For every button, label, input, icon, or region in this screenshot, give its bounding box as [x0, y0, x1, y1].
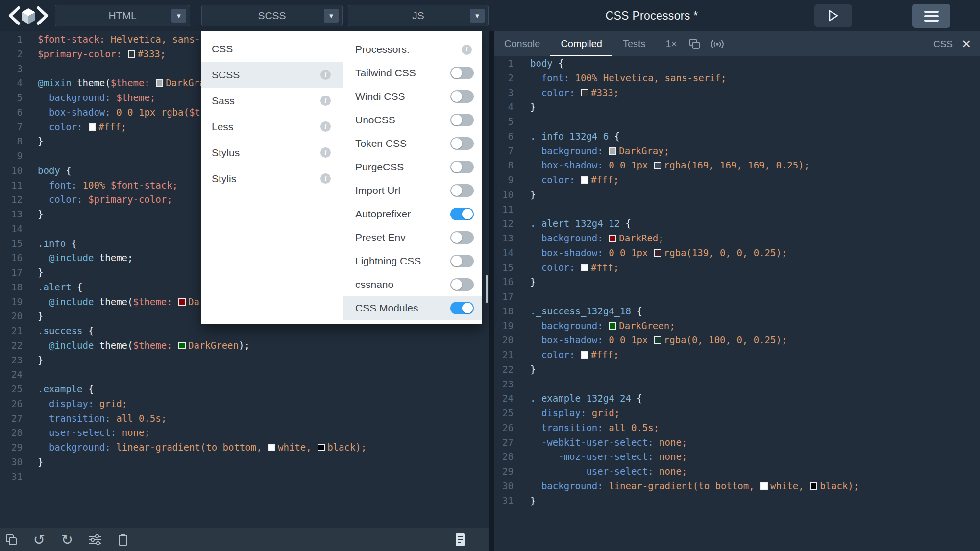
compiled-code-area[interactable]: 1body {2 font: 100% Helvetica, sans-seri…: [494, 56, 980, 508]
toggle-css-modules[interactable]: [450, 302, 474, 314]
code-line: 23}: [0, 353, 489, 368]
line-number: 27: [494, 435, 514, 450]
close-icon[interactable]: ✕: [953, 31, 980, 56]
color-swatch: [156, 79, 163, 87]
tab-console[interactable]: Console: [494, 31, 550, 56]
processor-row-lightning-css[interactable]: Lightning CSS: [343, 249, 482, 273]
info-icon[interactable]: i: [462, 45, 472, 55]
processor-row-import-url[interactable]: Import Url: [343, 179, 482, 202]
line-number: 10: [494, 188, 514, 202]
code-line: 4}: [494, 100, 980, 115]
chevron-down-icon: ▼: [172, 9, 186, 23]
line-number: 5: [0, 91, 23, 105]
line-number: 11: [494, 202, 514, 217]
toggle-lightning-css[interactable]: [450, 255, 474, 267]
line-number: 15: [494, 261, 514, 275]
processor-row-unocss[interactable]: UnoCSS: [343, 108, 482, 132]
line-number: 24: [0, 367, 23, 382]
processor-row-tailwind-css[interactable]: Tailwind CSS: [343, 61, 482, 85]
undo-icon[interactable]: ↺: [31, 531, 48, 548]
code-line: 30 background: linear-gradient(to bottom…: [494, 479, 980, 494]
line-number: 30: [494, 479, 514, 494]
line-number: 6: [0, 105, 23, 120]
toggle-knob: [451, 91, 462, 102]
js-pane-select[interactable]: JS ▼: [348, 5, 489, 26]
code-line: 22 @include theme($theme: DarkGreen);: [0, 338, 489, 353]
code-line: 15 color: #fff;: [494, 261, 980, 275]
processors-list: Processors: i Tailwind CSSWindi CSSUnoCS…: [343, 31, 482, 324]
toggle-preset-env[interactable]: [450, 231, 474, 244]
app-logo-icon[interactable]: [7, 4, 50, 27]
language-option-less[interactable]: Lessi: [201, 114, 343, 140]
toggle-knob: [451, 115, 462, 125]
language-option-sass[interactable]: Sassi: [201, 88, 343, 114]
line-number: 10: [0, 164, 23, 178]
line-number: 21: [0, 324, 23, 338]
processor-row-purgecss[interactable]: PurgeCSS: [343, 155, 482, 179]
copy-icon[interactable]: [3, 531, 20, 548]
info-icon[interactable]: i: [320, 147, 331, 158]
line-number: 8: [494, 158, 514, 173]
toggle-autoprefixer[interactable]: [450, 208, 474, 220]
css-pane-select[interactable]: SCSS ▼: [201, 5, 343, 26]
document-icon[interactable]: [452, 531, 468, 548]
toggle-knob: [462, 209, 473, 219]
info-icon[interactable]: i: [320, 96, 331, 106]
line-number: 22: [494, 362, 514, 377]
run-button[interactable]: [814, 4, 852, 27]
code-line: 22}: [494, 362, 980, 377]
processor-row-token-css[interactable]: Token CSS: [343, 132, 482, 155]
line-number: 26: [0, 397, 23, 411]
line-number: 17: [494, 289, 514, 304]
redo-icon[interactable]: ↻: [59, 531, 75, 548]
line-number: 23: [0, 353, 23, 368]
toggle-cssnano[interactable]: [450, 278, 474, 291]
toggle-unocss[interactable]: [450, 114, 474, 126]
scrollbar-thumb[interactable]: [486, 275, 488, 303]
line-number: 17: [0, 265, 23, 280]
menu-button[interactable]: [912, 4, 950, 28]
code-line: 21.success {: [0, 324, 489, 338]
tab-compiled[interactable]: Compiled: [550, 31, 612, 56]
toggle-purgecss[interactable]: [450, 161, 474, 173]
language-option-scss[interactable]: SCSSi: [201, 62, 343, 88]
tab-tests[interactable]: Tests: [612, 31, 656, 56]
toggle-token-css[interactable]: [450, 137, 474, 150]
line-number: 3: [494, 86, 514, 100]
settings-sliders-icon[interactable]: [87, 531, 103, 548]
processor-row-windi-css[interactable]: Windi CSS: [343, 85, 482, 108]
info-icon[interactable]: i: [320, 173, 331, 184]
copy-output-icon[interactable]: [684, 31, 706, 56]
toggle-import-url[interactable]: [450, 184, 474, 197]
info-icon[interactable]: i: [320, 70, 331, 80]
processor-row-preset-env[interactable]: Preset Env: [343, 226, 482, 249]
toggle-tailwind-css[interactable]: [450, 67, 474, 79]
panel-separator[interactable]: [489, 31, 494, 551]
html-pane-select[interactable]: HTML ▼: [55, 5, 190, 26]
line-number: 25: [0, 382, 23, 397]
toggle-knob: [451, 185, 462, 196]
line-number: 18: [0, 280, 23, 295]
line-number: 13: [494, 231, 514, 246]
broadcast-icon[interactable]: [706, 31, 729, 56]
processor-row-css-modules[interactable]: CSS Modules: [343, 296, 482, 320]
code-line: 29 background: linear-gradient(to bottom…: [0, 440, 489, 455]
paste-icon[interactable]: [115, 531, 131, 548]
code-line: 30}: [0, 455, 489, 470]
zoom-level-button[interactable]: 1×: [659, 31, 684, 56]
language-option-css[interactable]: CSS: [201, 36, 343, 62]
toggle-windi-css[interactable]: [450, 90, 474, 103]
line-number: 9: [0, 149, 23, 164]
language-option-stylus[interactable]: Stylusi: [201, 140, 343, 166]
color-swatch: [609, 147, 616, 155]
code-line: 12._alert_132g4_12 {: [494, 216, 980, 231]
code-line: 14 box-shadow: 0 0 1px rgba(139, 0, 0, 0…: [494, 246, 980, 261]
line-number: 11: [0, 178, 23, 193]
info-icon[interactable]: i: [320, 121, 331, 132]
processor-row-autoprefixer[interactable]: Autoprefixer: [343, 202, 482, 226]
line-number: 3: [0, 62, 23, 76]
processor-row-cssnano[interactable]: cssnano: [343, 273, 482, 296]
code-line: 17: [494, 289, 980, 304]
language-option-stylis[interactable]: Stylisi: [201, 166, 343, 192]
line-number: 24: [494, 391, 514, 406]
